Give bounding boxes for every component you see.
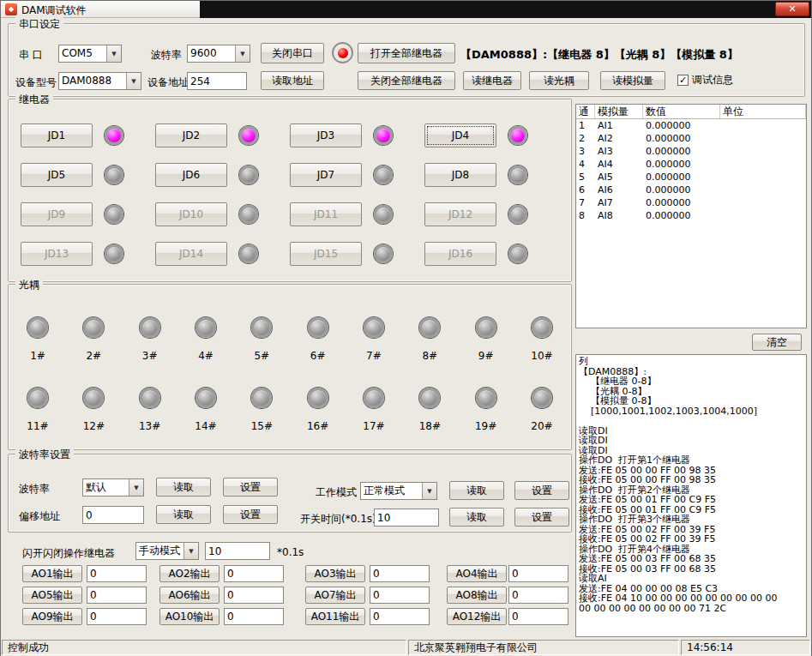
- debug-info-checkbox[interactable]: ✓ 调试信息: [677, 73, 733, 87]
- clear-button[interactable]: 清空: [752, 334, 802, 351]
- debug-log-panel[interactable]: 列 【DAM0888】: 【继电器 0-8】 【光耦 0-8】 【模拟量 0-8…: [575, 354, 807, 637]
- relay-button-jd1[interactable]: JD1: [21, 123, 93, 147]
- opto-cell: 19#: [467, 388, 505, 432]
- chevron-down-icon: ▼: [235, 45, 250, 62]
- cell-value: 0.000000: [643, 197, 720, 208]
- switch-time-field[interactable]: [374, 509, 439, 527]
- ao-output-field-4[interactable]: [508, 565, 568, 582]
- title-bar: ◆ DAM调试软件 ✕: [1, 1, 811, 18]
- baud-select[interactable]: 9600 ▼: [187, 45, 250, 63]
- read-relay-button[interactable]: 读继电器: [463, 71, 521, 90]
- ao-button-10[interactable]: AO10输出: [159, 608, 220, 625]
- opto-led-7: [364, 317, 384, 338]
- port-select[interactable]: COM5 ▼: [58, 45, 122, 63]
- baud-settings-group: 波特率设置 波特率 默认 ▼ 读取 设置 工作模式 正常模式 ▼ 读取 设置 偏…: [8, 454, 572, 533]
- read-opto-button[interactable]: 读光耦: [529, 71, 589, 90]
- ao-output-field-3[interactable]: [370, 565, 430, 582]
- close-serial-button[interactable]: 关闭串口: [261, 43, 324, 63]
- cell-value: 0.000000: [643, 159, 720, 170]
- opto-label-4: 4#: [198, 350, 214, 362]
- cell-value: 0.000000: [643, 120, 720, 131]
- relay-button-jd14: JD14: [155, 242, 227, 266]
- flash-mode-select[interactable]: 手动模式 ▼: [135, 542, 199, 560]
- opto-led-18: [419, 388, 440, 408]
- offset-set-button[interactable]: 设置: [223, 505, 278, 524]
- close-button[interactable]: ✕: [775, 2, 809, 16]
- flash-relay-label: 闪开闪闭操作继电器: [22, 546, 115, 561]
- relay-led-8: [508, 166, 527, 184]
- relay-led-9: [105, 205, 123, 224]
- opto-label-20: 20#: [531, 420, 552, 432]
- relay-cell: JD13: [21, 242, 155, 266]
- relay-group: 继电器 JD1JD2JD3JD4JD5JD6JD7JD8JD9JD10JD11J…: [8, 99, 572, 282]
- opto-led-12: [83, 388, 104, 408]
- ao-button-9[interactable]: AO9输出: [22, 608, 82, 625]
- opto-label-19: 19#: [475, 420, 496, 432]
- ao-output-field-12[interactable]: [508, 608, 568, 625]
- ao-button-6[interactable]: AO6输出: [159, 587, 220, 604]
- ao-output-field-9[interactable]: [87, 608, 147, 625]
- read-address-button[interactable]: 读取地址: [261, 71, 324, 90]
- ao-button-4[interactable]: AO4输出: [447, 565, 507, 582]
- baudrate-set-button[interactable]: 设置: [223, 478, 278, 497]
- work-mode-label: 工作模式: [316, 485, 357, 500]
- table-row: 2AI20.000000: [576, 132, 806, 145]
- flash-time-field[interactable]: [205, 542, 270, 560]
- close-all-relays-button[interactable]: 关闭全部继电器: [358, 71, 455, 90]
- port-label: 串 口: [19, 48, 43, 63]
- opto-label-7: 7#: [366, 350, 382, 362]
- ao-button-8[interactable]: AO8输出: [447, 587, 507, 604]
- relay-button-jd3[interactable]: JD3: [290, 123, 362, 147]
- model-label: 设备型号: [15, 75, 57, 90]
- opto-group: 光耦 1#2#3#4#5#6#7#8#9#10# 11#12#13#14#15#…: [8, 284, 572, 450]
- read-analog-button[interactable]: 读模拟量: [600, 71, 665, 90]
- offset-address-field[interactable]: [82, 506, 144, 524]
- relay-button-jd4[interactable]: JD4: [424, 123, 496, 147]
- ao-output-field-8[interactable]: [508, 587, 568, 604]
- relay-button-jd2[interactable]: JD2: [155, 123, 227, 147]
- ao-output-field-6[interactable]: [224, 587, 284, 604]
- model-select[interactable]: DAM0888 ▼: [58, 72, 141, 90]
- cell-name: AI7: [595, 197, 643, 208]
- baudrate-select[interactable]: 默认 ▼: [82, 478, 144, 497]
- opto-label-15: 15#: [251, 420, 273, 432]
- baudrate-label: 波特率: [19, 482, 50, 497]
- opto-label-2: 2#: [86, 350, 101, 362]
- work-mode-select[interactable]: 正常模式 ▼: [360, 482, 437, 500]
- address-label: 设备地址: [147, 75, 189, 90]
- relay-button-jd8[interactable]: JD8: [424, 163, 496, 187]
- switch-time-read-button[interactable]: 读取: [449, 508, 504, 527]
- opto-cell: 6#: [299, 317, 337, 362]
- relay-button-jd5[interactable]: JD5: [21, 163, 93, 187]
- ao-output-field-10[interactable]: [224, 608, 284, 625]
- ao-output-field-1[interactable]: [87, 565, 147, 582]
- cell-channel: 5: [576, 172, 595, 183]
- ao-output-field-2[interactable]: [224, 565, 284, 582]
- ao-button-7[interactable]: AO7输出: [305, 587, 365, 604]
- ao-button-2[interactable]: AO2输出: [159, 565, 220, 582]
- ao-button-12[interactable]: AO12输出: [447, 608, 507, 625]
- opto-cell: 18#: [411, 388, 448, 432]
- device-address-field[interactable]: [187, 72, 247, 90]
- relay-button-jd7[interactable]: JD7: [290, 163, 362, 187]
- switch-time-set-button[interactable]: 设置: [514, 508, 569, 527]
- chevron-down-icon: ▼: [106, 45, 121, 62]
- baudrate-read-button[interactable]: 读取: [156, 478, 211, 497]
- relay-button-jd6[interactable]: JD6: [155, 163, 227, 187]
- ao-output-field-11[interactable]: [370, 608, 430, 625]
- offset-read-button[interactable]: 读取: [156, 505, 211, 524]
- ao-output-field-7[interactable]: [370, 587, 430, 604]
- ao-button-11[interactable]: AO11输出: [305, 608, 365, 625]
- relay-button-jd16: JD16: [424, 242, 496, 266]
- ao-button-5[interactable]: AO5输出: [22, 587, 82, 604]
- opto-cell: 11#: [19, 388, 57, 432]
- ao-button-3[interactable]: AO3输出: [305, 565, 365, 582]
- work-mode-read-button[interactable]: 读取: [449, 481, 504, 500]
- ao-output-field-5[interactable]: [87, 587, 147, 604]
- analog-table: 通模拟量数值单位 1AI10.0000002AI20.0000003AI30.0…: [575, 104, 807, 328]
- flash-unit-label: *0.1s: [277, 546, 304, 558]
- work-mode-set-button[interactable]: 设置: [514, 481, 569, 500]
- open-all-relays-button[interactable]: 打开全部继电器: [358, 43, 455, 63]
- serial-group-title: 串口设定: [15, 17, 63, 32]
- ao-button-1[interactable]: AO1输出: [22, 565, 82, 582]
